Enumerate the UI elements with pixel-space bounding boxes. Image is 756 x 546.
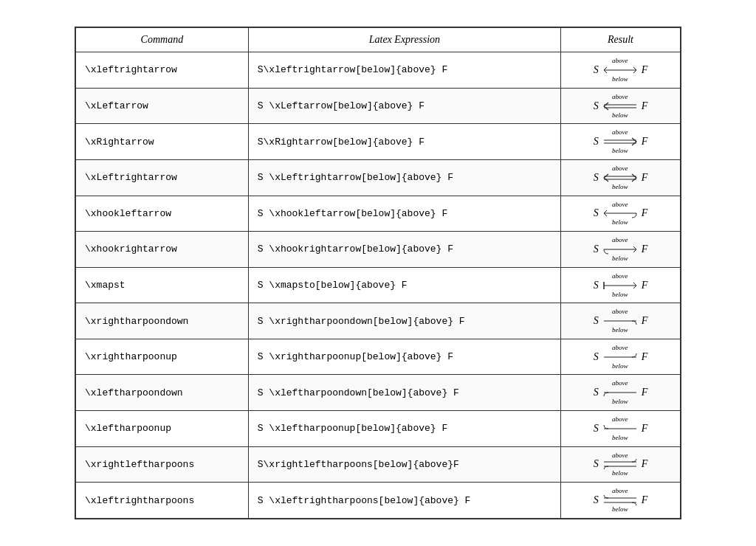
result-cell: Sabove belowF	[561, 375, 681, 411]
table-row: \xLeftarrowS \xLeftarrow[below]{above} F…	[76, 88, 681, 124]
table-row: \xhookrightarrowS \xhookrightarrow[below…	[76, 232, 681, 268]
result-cell: Sabove belowF	[561, 124, 681, 160]
command-cell: \xleftrightarrow	[76, 52, 249, 89]
header-row: Command Latex Expression Result	[76, 28, 681, 52]
result-cell: Sabove belowF	[561, 88, 681, 124]
command-header: Command	[76, 28, 249, 52]
result-cell: Sabove belowF	[561, 339, 681, 375]
table-row: \xleftrightarrowS\xleftrightarrow[below]…	[76, 52, 681, 89]
latex-expression-header: Latex Expression	[248, 28, 560, 52]
command-cell: \xrightleftharpoons	[76, 446, 249, 483]
table-row: \xleftharpoondownS \xleftharpoondown[bel…	[76, 375, 681, 411]
table-row: \xrightleftharpoonsS\xrightleftharpoons[…	[76, 446, 681, 483]
result-cell: Sabove belowF	[561, 159, 681, 196]
latex-cell: S \xleftharpoonup[below]{above} F	[248, 411, 560, 447]
command-cell: \xleftrightharpoons	[76, 483, 249, 519]
command-cell: \xleftharpoonup	[76, 411, 249, 447]
latex-cell: S \xLeftarrow[below]{above} F	[248, 88, 560, 124]
table-row: \xRightarrowS\xRightarrow[below]{above} …	[76, 124, 681, 160]
result-cell: Sabove belowF	[561, 52, 681, 89]
result-cell: Sabove belowF	[561, 303, 681, 339]
latex-cell: S\xrightleftharpoons[below]{above}F	[248, 446, 560, 483]
table-row: \xLeftrightarrowS \xLeftrightarrow[below…	[76, 159, 681, 196]
table-row: \xleftharpoonupS \xleftharpoonup[below]{…	[76, 411, 681, 447]
latex-cell: S \xLeftrightarrow[below]{above} F	[248, 159, 560, 196]
command-cell: \xhookrightarrow	[76, 232, 249, 268]
latex-cell: S \xrightharpoonup[below]{above} F	[248, 339, 560, 375]
table-row: \xmapstS \xmapsto[below]{above} FSabove …	[76, 267, 681, 303]
latex-cell: S\xRightarrow[below]{above} F	[248, 124, 560, 160]
command-cell: \xrightharpoondown	[76, 303, 249, 339]
command-cell: \xhookleftarrow	[76, 196, 249, 232]
command-cell: \xLeftrightarrow	[76, 159, 249, 196]
main-table-wrapper: Command Latex Expression Result \xleftri…	[75, 27, 681, 519]
command-cell: \xLeftarrow	[76, 88, 249, 124]
table-row: \xrightharpoondownS \xrightharpoondown[b…	[76, 303, 681, 339]
latex-cell: S \xhookleftarrow[below]{above} F	[248, 196, 560, 232]
latex-cell: S \xmapsto[below]{above} F	[248, 267, 560, 303]
result-cell: Sabove belowF	[561, 196, 681, 232]
latex-cell: S \xhookrightarrow[below]{above} F	[248, 232, 560, 268]
latex-commands-table: Command Latex Expression Result \xleftri…	[75, 27, 681, 519]
latex-cell: S\xleftrightarrow[below]{above} F	[248, 52, 560, 89]
result-cell: Sabove belowF	[561, 483, 681, 519]
result-cell: Sabove belowF	[561, 232, 681, 268]
latex-cell: S \xleftharpoondown[below]{above} F	[248, 375, 560, 411]
command-cell: \xrightharpoonup	[76, 339, 249, 375]
result-cell: Sabove belowF	[561, 411, 681, 447]
result-header: Result	[561, 28, 681, 52]
latex-cell: S \xleftrightharpoons[below]{above} F	[248, 483, 560, 519]
table-row: \xhookleftarrowS \xhookleftarrow[below]{…	[76, 196, 681, 232]
latex-cell: S \xrightharpoondown[below]{above} F	[248, 303, 560, 339]
table-row: \xleftrightharpoonsS \xleftrightharpoons…	[76, 483, 681, 519]
result-cell: Sabove belowF	[561, 267, 681, 303]
table-row: \xrightharpoonupS \xrightharpoonup[below…	[76, 339, 681, 375]
command-cell: \xmapst	[76, 267, 249, 303]
command-cell: \xRightarrow	[76, 124, 249, 160]
command-cell: \xleftharpoondown	[76, 375, 249, 411]
result-cell: Sabove belowF	[561, 446, 681, 483]
